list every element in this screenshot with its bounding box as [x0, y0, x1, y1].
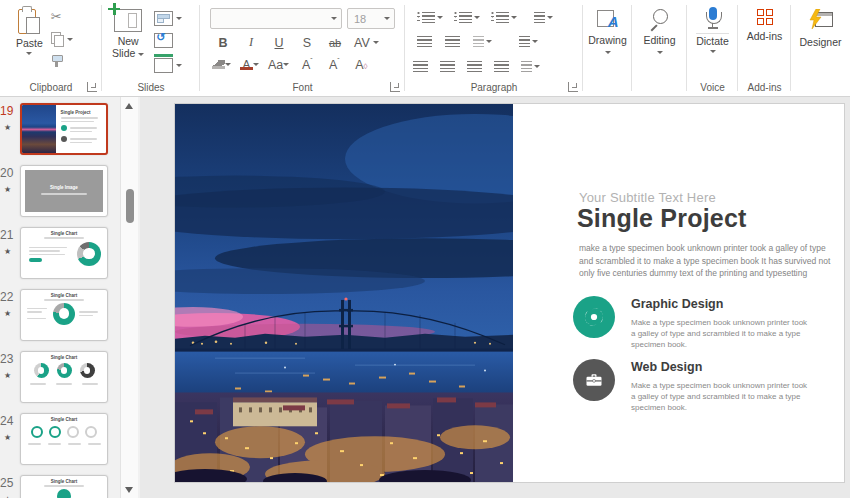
grow-font-button[interactable]: Aˆ: [298, 55, 316, 74]
change-case-button[interactable]: Aa: [268, 55, 289, 74]
sort-text-button[interactable]: [534, 8, 553, 26]
font-size-select[interactable]: 18: [347, 8, 395, 29]
slide-number: 25: [0, 475, 20, 498]
editing-menu-button[interactable]: Editing: [632, 0, 687, 54]
copy-button[interactable]: [51, 28, 73, 50]
bold-button[interactable]: B: [214, 33, 232, 52]
thumbnail-preview[interactable]: Single Chart: [20, 289, 108, 341]
font-color-button[interactable]: A: [240, 55, 259, 74]
new-slide-label-2: Slide: [112, 47, 144, 59]
mini-donut-chart: [77, 242, 101, 266]
thumbnail-preview[interactable]: Single Chart: [20, 351, 108, 403]
scroll-down-arrow[interactable]: [125, 487, 133, 493]
slide-photo-lisbon-cityscape[interactable]: [175, 104, 513, 482]
slide-thumbnail-23[interactable]: 23 Single Chart: [0, 351, 118, 403]
feature-title[interactable]: Web Design: [631, 360, 702, 374]
thumbnail-preview[interactable]: Single Chart: [20, 227, 108, 279]
text-shadow-button[interactable]: S: [298, 33, 316, 52]
thumbnail-preview[interactable]: Single Chart: [20, 413, 108, 465]
animation-star-icon: [0, 429, 20, 443]
slide-thumbnail-22[interactable]: 22 Single Chart: [0, 289, 118, 341]
slide-thumbnail-24[interactable]: 24 Single Chart: [0, 413, 118, 465]
paste-button[interactable]: Paste: [16, 0, 43, 72]
font-group: 18 B I U S ab AV A Aa Aˆ Aˇ A◊ Font: [200, 0, 405, 96]
convert-to-smartart-button[interactable]: [521, 57, 540, 75]
designer-button[interactable]: Designer: [791, 0, 850, 48]
slide-number: 24: [0, 413, 20, 465]
drawing-icon: [597, 8, 619, 30]
dictate-button[interactable]: Dictate: [687, 0, 738, 53]
new-slide-button[interactable]: New Slide: [112, 0, 144, 76]
paragraph-dialog-launcher[interactable]: [568, 82, 578, 92]
strikethrough-button[interactable]: ab: [326, 33, 344, 52]
slide-editor[interactable]: Your Subtitle Text Here Single Project m…: [174, 103, 845, 483]
paste-dropdown-caret[interactable]: [26, 52, 32, 55]
format-painter-button[interactable]: [51, 50, 73, 72]
align-center-button[interactable]: [440, 57, 455, 75]
slide-body-text[interactable]: make a type specimen book unknown printe…: [579, 242, 837, 280]
font-dialog-launcher[interactable]: [390, 82, 400, 92]
mini-donut-chart: [34, 363, 49, 378]
cut-button[interactable]: ✂: [51, 6, 73, 28]
bullets-button[interactable]: [417, 8, 443, 26]
mini-title: Single Project: [61, 110, 102, 115]
slides-group-label: Slides: [102, 82, 200, 93]
numbering-button[interactable]: [454, 8, 480, 26]
scrollbar-thumb[interactable]: [126, 189, 134, 223]
slide-number: 22: [0, 289, 20, 341]
font-name-select[interactable]: [210, 8, 342, 29]
feature-title[interactable]: Graphic Design: [631, 297, 723, 311]
thumbnail-preview[interactable]: Single Project: [20, 103, 108, 155]
align-center-icon: [440, 61, 455, 72]
columns-button[interactable]: [473, 32, 492, 50]
line-spacing-button[interactable]: [491, 8, 517, 26]
align-right-icon: [467, 61, 482, 72]
decrease-indent-button[interactable]: [417, 32, 432, 50]
animation-star-icon: [0, 181, 20, 195]
align-left-icon: [413, 61, 428, 72]
addins-button[interactable]: Add-ins: [738, 0, 791, 42]
align-right-button[interactable]: [467, 57, 482, 75]
reset-slide-button[interactable]: [154, 29, 182, 51]
underline-button[interactable]: U: [270, 33, 288, 52]
clear-formatting-button[interactable]: A◊: [352, 55, 370, 74]
text-direction-button[interactable]: [519, 32, 538, 50]
slide-layout-icon: [154, 11, 173, 26]
thumbnail-scrollbar[interactable]: [120, 97, 138, 498]
slide-layout-button[interactable]: [154, 7, 182, 29]
italic-button[interactable]: I: [242, 33, 260, 52]
smartart-icon: [521, 61, 532, 72]
slide-title-text[interactable]: Single Project: [577, 204, 747, 233]
sort-text-icon: [534, 12, 545, 23]
text-highlight-button[interactable]: [212, 55, 231, 74]
decrease-indent-icon: [417, 36, 432, 47]
workspace: 19 Single Project: [0, 97, 850, 498]
animation-star-icon: [0, 243, 20, 257]
paste-label: Paste: [16, 37, 43, 49]
slide-thumbnail-25[interactable]: 25 Single Chart: [0, 475, 118, 498]
thumbnail-preview[interactable]: Single Image: [20, 165, 108, 217]
slide-thumbnail-21[interactable]: 21 Single Chart: [0, 227, 118, 279]
feature-description[interactable]: Make a type specimen book unknown printe…: [631, 317, 811, 350]
feature-description[interactable]: Make a type specimen book unknown printe…: [631, 380, 811, 413]
text-direction-icon: [519, 36, 530, 47]
copy-dropdown-caret[interactable]: [67, 38, 73, 41]
justify-button[interactable]: [494, 57, 509, 75]
slide-thumbnail-20[interactable]: 20 Single Image: [0, 165, 118, 217]
character-spacing-button[interactable]: AV: [354, 33, 379, 52]
slide-subtitle-text[interactable]: Your Subtitle Text Here: [579, 190, 716, 205]
slide-thumbnail-19[interactable]: 19 Single Project: [0, 103, 118, 155]
align-left-button[interactable]: [413, 57, 428, 75]
paste-icon: [18, 7, 40, 34]
aperture-icon: [573, 296, 615, 338]
section-button[interactable]: [154, 54, 182, 76]
clipboard-dialog-launcher[interactable]: [87, 82, 97, 92]
thumbnail-preview[interactable]: Single Chart: [20, 475, 108, 498]
scroll-up-arrow[interactable]: [125, 103, 133, 109]
reset-slide-icon: [154, 33, 173, 48]
slide-number: 21: [0, 227, 20, 279]
increase-indent-button[interactable]: [445, 32, 460, 50]
shrink-font-button[interactable]: Aˇ: [325, 55, 343, 74]
addins-group-label: Add-ins: [738, 82, 791, 93]
drawing-menu-button[interactable]: Drawing: [583, 0, 632, 54]
